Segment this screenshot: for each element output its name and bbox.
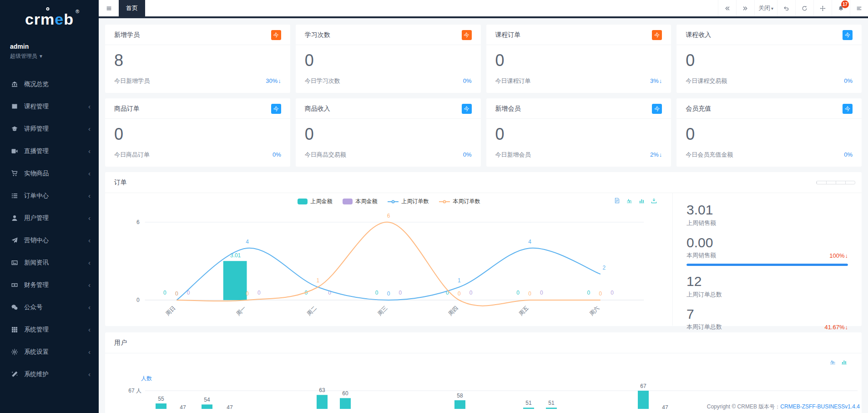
stat-card-footer-label: 今日学习次数 (305, 77, 340, 85)
sidebar-menu-item[interactable]: 用户管理 ‹ (0, 207, 99, 229)
logo-text-cr: cr (25, 10, 40, 28)
stat-card-footer-label: 今日新增学员 (114, 77, 150, 85)
svg-text:47: 47 (662, 404, 668, 409)
data-view-icon[interactable] (614, 198, 620, 204)
stat-card-footer-label: 今日新增会员 (495, 151, 531, 159)
forward-icon (742, 5, 748, 11)
hamburger-icon (106, 5, 112, 11)
arrow-down-icon: ↓ (845, 324, 848, 331)
stat-card-percent: 3%↓ (650, 77, 662, 84)
stat-card: 课程收入 今 0 今日课程交易额 0% (676, 25, 862, 93)
sidebar-menu-item[interactable]: 系统管理 ‹ (0, 318, 99, 341)
topbar-tool[interactable] (850, 0, 868, 16)
today-badge[interactable]: 今 (843, 104, 853, 114)
sidebar-menu-item[interactable]: 营销中心 ‹ (0, 229, 99, 251)
stat-card-title: 会员充值 (686, 105, 711, 113)
username: admin (10, 43, 99, 50)
summary-percent: 100%↓ (829, 252, 848, 259)
topbar-tool[interactable]: 17 (832, 0, 850, 16)
stat-card-title: 新增学员 (114, 31, 140, 39)
legend-line-marker (439, 201, 450, 202)
topbar-tool[interactable] (718, 0, 736, 16)
stat-cards-row-1: 新增学员 今 8 今日新增学员 30%↓ 学习次数 今 0 今日学习次数 0% (105, 25, 862, 93)
svg-text:0: 0 (246, 291, 249, 297)
svg-text:0: 0 (528, 291, 531, 297)
order-chart[interactable]: 06周日周一周二周三周四周五周六03.010000000000000401420… (105, 193, 672, 326)
topbar-tool[interactable] (813, 0, 832, 16)
tab-home[interactable]: 首页 (119, 0, 145, 16)
topbar-tool[interactable]: 关闭 ▾ (754, 0, 777, 16)
sidebar-menu-item[interactable]: 讲师管理 ‹ (0, 117, 99, 140)
period-option[interactable] (845, 181, 855, 184)
period-option[interactable] (836, 181, 845, 184)
summary-percent: 41.67%↓ (824, 324, 848, 331)
sidebar-menu-item[interactable]: 系统维护 ‹ (0, 363, 99, 385)
news-icon (10, 259, 18, 266)
layout-icon (856, 5, 862, 11)
today-badge[interactable]: 今 (652, 104, 662, 114)
svg-text:47: 47 (180, 404, 186, 409)
wechat-icon (10, 303, 18, 311)
user-section-title: 用户 (114, 339, 127, 347)
today-badge[interactable]: 今 (462, 30, 472, 40)
topbar-tool[interactable] (736, 0, 754, 16)
sidebar-menu-item[interactable]: 订单中心 ‹ (0, 184, 99, 207)
stat-card-percent: 0% (844, 151, 853, 158)
user-role-dropdown[interactable]: 超级管理员▼ (10, 52, 99, 60)
order-chart-zone: 06周日周一周二周三周四周五周六03.010000000000000401420… (105, 193, 672, 326)
today-badge[interactable]: 今 (271, 104, 281, 114)
legend-item[interactable]: 上周金额 (298, 198, 333, 205)
stat-card: 新增会员 今 0 今日新增会员 2%↓ (486, 98, 671, 167)
today-badge[interactable]: 今 (462, 104, 472, 114)
legend-item[interactable]: 上周订单数 (388, 198, 429, 205)
legend-item[interactable]: 本周金额 (343, 198, 378, 205)
bar-chart-icon[interactable] (841, 359, 847, 365)
summary-item: 3.01 上周销售额 (686, 202, 848, 227)
legend-item[interactable]: 本周订单数 (439, 198, 480, 205)
sidebar-menu-item[interactable]: 财务管理 ‹ (0, 274, 99, 296)
stat-card: 商品收入 今 0 今日商品交易额 0% (296, 98, 481, 167)
user-icon (10, 214, 18, 222)
stat-card-value: 0 (676, 45, 862, 70)
stat-card: 会员充值 今 0 今日会员充值金额 0% (676, 98, 862, 167)
legend-line-marker (388, 201, 399, 202)
today-badge[interactable]: 今 (843, 30, 853, 40)
sidebar-menu-item[interactable]: 实物商品 ‹ (0, 162, 99, 184)
stat-card-percent: 30%↓ (266, 77, 281, 84)
summary-value: 7 (686, 306, 848, 322)
stat-card-title: 课程订单 (495, 31, 521, 39)
topbar-tool[interactable] (777, 0, 795, 16)
bar-chart-icon[interactable] (639, 198, 645, 204)
sidebar-menu-item[interactable]: 公众号 ‹ (0, 296, 99, 318)
download-icon[interactable] (651, 198, 657, 204)
svg-text:63: 63 (319, 387, 325, 393)
today-badge[interactable]: 今 (271, 30, 281, 40)
order-chart-tools (614, 198, 657, 204)
sidebar-menu-item[interactable]: 新闻资讯 ‹ (0, 251, 99, 274)
line-chart-icon[interactable] (626, 198, 632, 204)
sidebar-menu-item[interactable]: 概况总览 (0, 73, 99, 95)
stat-card-title: 商品订单 (114, 105, 140, 113)
topbar-tool[interactable] (795, 0, 813, 16)
stat-card-title: 课程收入 (686, 31, 711, 39)
version-link[interactable]: CRMEB-ZSFF-BUSINESSv1.4.4 (780, 403, 860, 410)
sidebar-menu-item[interactable]: 课程管理 ‹ (0, 95, 99, 117)
stat-card-title: 新增会员 (495, 105, 521, 113)
stat-card-value: 0 (676, 119, 862, 143)
chevron-left-icon: ‹ (88, 348, 91, 355)
overview-icon (10, 80, 18, 88)
sidebar-menu-item[interactable]: 系统设置 ‹ (0, 341, 99, 363)
stat-card: 新增学员 今 8 今日新增学员 30%↓ (105, 25, 290, 93)
period-option[interactable] (826, 181, 836, 184)
line-chart-icon[interactable] (830, 359, 836, 365)
period-option[interactable] (817, 181, 826, 184)
legend-bar-marker (298, 199, 308, 204)
marketing-icon (10, 236, 18, 244)
stat-card-footer-label: 今日课程交易额 (686, 77, 727, 85)
today-badge[interactable]: 今 (652, 30, 662, 40)
svg-text:周日: 周日 (165, 305, 177, 317)
sidebar-toggle-button[interactable] (99, 0, 119, 16)
svg-text:0: 0 (611, 290, 614, 296)
svg-text:0: 0 (175, 291, 178, 297)
sidebar-menu-item[interactable]: 直播管理 ‹ (0, 140, 99, 162)
